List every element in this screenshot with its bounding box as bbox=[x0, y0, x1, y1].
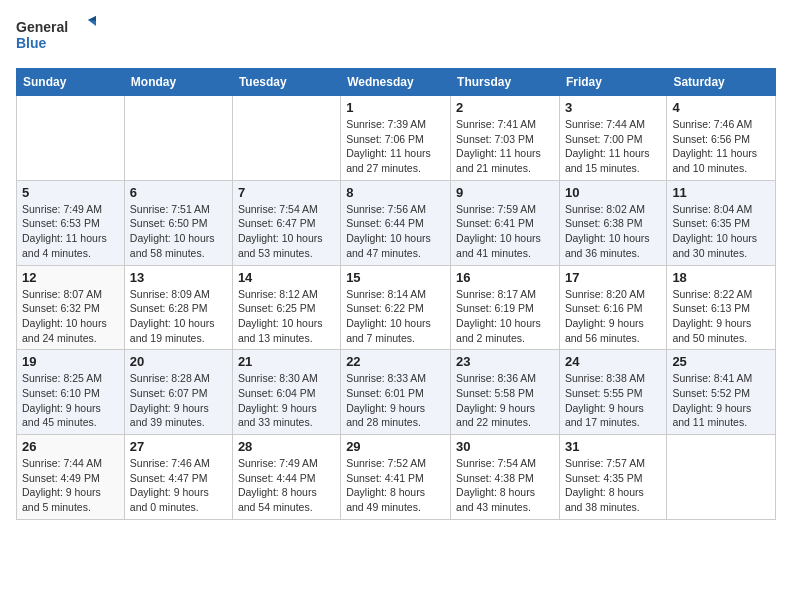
cell-info: Sunrise: 8:33 AMSunset: 6:01 PMDaylight:… bbox=[346, 371, 445, 430]
cell-info: Sunrise: 8:30 AMSunset: 6:04 PMDaylight:… bbox=[238, 371, 335, 430]
cell-info: Sunrise: 7:49 AMSunset: 4:44 PMDaylight:… bbox=[238, 456, 335, 515]
page-header: General Blue bbox=[16, 16, 776, 56]
calendar-cell: 5Sunrise: 7:49 AMSunset: 6:53 PMDaylight… bbox=[17, 180, 125, 265]
cell-info: Sunrise: 7:59 AMSunset: 6:41 PMDaylight:… bbox=[456, 202, 554, 261]
cell-day-number: 24 bbox=[565, 354, 661, 369]
header-monday: Monday bbox=[124, 69, 232, 96]
cell-info: Sunrise: 8:14 AMSunset: 6:22 PMDaylight:… bbox=[346, 287, 445, 346]
cell-info: Sunrise: 8:25 AMSunset: 6:10 PMDaylight:… bbox=[22, 371, 119, 430]
header-friday: Friday bbox=[559, 69, 666, 96]
cell-day-number: 4 bbox=[672, 100, 770, 115]
cell-info: Sunrise: 7:51 AMSunset: 6:50 PMDaylight:… bbox=[130, 202, 227, 261]
calendar-cell: 10Sunrise: 8:02 AMSunset: 6:38 PMDayligh… bbox=[559, 180, 666, 265]
calendar-week-2: 5Sunrise: 7:49 AMSunset: 6:53 PMDaylight… bbox=[17, 180, 776, 265]
cell-info: Sunrise: 7:54 AMSunset: 4:38 PMDaylight:… bbox=[456, 456, 554, 515]
cell-info: Sunrise: 7:54 AMSunset: 6:47 PMDaylight:… bbox=[238, 202, 335, 261]
calendar-week-3: 12Sunrise: 8:07 AMSunset: 6:32 PMDayligh… bbox=[17, 265, 776, 350]
cell-info: Sunrise: 7:52 AMSunset: 4:41 PMDaylight:… bbox=[346, 456, 445, 515]
calendar-week-5: 26Sunrise: 7:44 AMSunset: 4:49 PMDayligh… bbox=[17, 435, 776, 520]
cell-day-number: 18 bbox=[672, 270, 770, 285]
cell-day-number: 16 bbox=[456, 270, 554, 285]
calendar-cell: 23Sunrise: 8:36 AMSunset: 5:58 PMDayligh… bbox=[451, 350, 560, 435]
cell-day-number: 9 bbox=[456, 185, 554, 200]
calendar-cell: 22Sunrise: 8:33 AMSunset: 6:01 PMDayligh… bbox=[341, 350, 451, 435]
cell-info: Sunrise: 7:44 AMSunset: 7:00 PMDaylight:… bbox=[565, 117, 661, 176]
cell-day-number: 27 bbox=[130, 439, 227, 454]
header-wednesday: Wednesday bbox=[341, 69, 451, 96]
calendar-cell bbox=[667, 435, 776, 520]
cell-info: Sunrise: 8:38 AMSunset: 5:55 PMDaylight:… bbox=[565, 371, 661, 430]
calendar-cell: 9Sunrise: 7:59 AMSunset: 6:41 PMDaylight… bbox=[451, 180, 560, 265]
calendar-cell: 15Sunrise: 8:14 AMSunset: 6:22 PMDayligh… bbox=[341, 265, 451, 350]
calendar-cell: 18Sunrise: 8:22 AMSunset: 6:13 PMDayligh… bbox=[667, 265, 776, 350]
cell-info: Sunrise: 7:44 AMSunset: 4:49 PMDaylight:… bbox=[22, 456, 119, 515]
calendar-cell: 3Sunrise: 7:44 AMSunset: 7:00 PMDaylight… bbox=[559, 96, 666, 181]
cell-day-number: 28 bbox=[238, 439, 335, 454]
header-thursday: Thursday bbox=[451, 69, 560, 96]
cell-info: Sunrise: 8:02 AMSunset: 6:38 PMDaylight:… bbox=[565, 202, 661, 261]
cell-day-number: 10 bbox=[565, 185, 661, 200]
cell-info: Sunrise: 7:56 AMSunset: 6:44 PMDaylight:… bbox=[346, 202, 445, 261]
cell-day-number: 13 bbox=[130, 270, 227, 285]
calendar-cell bbox=[124, 96, 232, 181]
cell-day-number: 1 bbox=[346, 100, 445, 115]
cell-info: Sunrise: 7:46 AMSunset: 6:56 PMDaylight:… bbox=[672, 117, 770, 176]
cell-day-number: 12 bbox=[22, 270, 119, 285]
cell-info: Sunrise: 7:57 AMSunset: 4:35 PMDaylight:… bbox=[565, 456, 661, 515]
cell-info: Sunrise: 8:28 AMSunset: 6:07 PMDaylight:… bbox=[130, 371, 227, 430]
calendar-cell bbox=[232, 96, 340, 181]
cell-day-number: 21 bbox=[238, 354, 335, 369]
cell-info: Sunrise: 8:17 AMSunset: 6:19 PMDaylight:… bbox=[456, 287, 554, 346]
cell-info: Sunrise: 8:36 AMSunset: 5:58 PMDaylight:… bbox=[456, 371, 554, 430]
cell-info: Sunrise: 8:12 AMSunset: 6:25 PMDaylight:… bbox=[238, 287, 335, 346]
calendar-cell bbox=[17, 96, 125, 181]
svg-text:Blue: Blue bbox=[16, 35, 47, 51]
cell-day-number: 29 bbox=[346, 439, 445, 454]
cell-day-number: 23 bbox=[456, 354, 554, 369]
calendar-cell: 29Sunrise: 7:52 AMSunset: 4:41 PMDayligh… bbox=[341, 435, 451, 520]
calendar-cell: 31Sunrise: 7:57 AMSunset: 4:35 PMDayligh… bbox=[559, 435, 666, 520]
calendar-cell: 14Sunrise: 8:12 AMSunset: 6:25 PMDayligh… bbox=[232, 265, 340, 350]
cell-day-number: 5 bbox=[22, 185, 119, 200]
cell-day-number: 3 bbox=[565, 100, 661, 115]
cell-day-number: 6 bbox=[130, 185, 227, 200]
header-sunday: Sunday bbox=[17, 69, 125, 96]
cell-day-number: 17 bbox=[565, 270, 661, 285]
cell-day-number: 2 bbox=[456, 100, 554, 115]
calendar-cell: 24Sunrise: 8:38 AMSunset: 5:55 PMDayligh… bbox=[559, 350, 666, 435]
calendar-cell: 21Sunrise: 8:30 AMSunset: 6:04 PMDayligh… bbox=[232, 350, 340, 435]
calendar-cell: 16Sunrise: 8:17 AMSunset: 6:19 PMDayligh… bbox=[451, 265, 560, 350]
calendar-cell: 30Sunrise: 7:54 AMSunset: 4:38 PMDayligh… bbox=[451, 435, 560, 520]
calendar-week-4: 19Sunrise: 8:25 AMSunset: 6:10 PMDayligh… bbox=[17, 350, 776, 435]
cell-info: Sunrise: 8:20 AMSunset: 6:16 PMDaylight:… bbox=[565, 287, 661, 346]
header-saturday: Saturday bbox=[667, 69, 776, 96]
cell-info: Sunrise: 8:04 AMSunset: 6:35 PMDaylight:… bbox=[672, 202, 770, 261]
logo: General Blue bbox=[16, 16, 96, 56]
calendar-cell: 7Sunrise: 7:54 AMSunset: 6:47 PMDaylight… bbox=[232, 180, 340, 265]
cell-day-number: 19 bbox=[22, 354, 119, 369]
calendar-cell: 19Sunrise: 8:25 AMSunset: 6:10 PMDayligh… bbox=[17, 350, 125, 435]
cell-info: Sunrise: 8:07 AMSunset: 6:32 PMDaylight:… bbox=[22, 287, 119, 346]
calendar-cell: 12Sunrise: 8:07 AMSunset: 6:32 PMDayligh… bbox=[17, 265, 125, 350]
calendar-header-row: SundayMondayTuesdayWednesdayThursdayFrid… bbox=[17, 69, 776, 96]
header-tuesday: Tuesday bbox=[232, 69, 340, 96]
cell-day-number: 8 bbox=[346, 185, 445, 200]
calendar-cell: 2Sunrise: 7:41 AMSunset: 7:03 PMDaylight… bbox=[451, 96, 560, 181]
calendar-cell: 11Sunrise: 8:04 AMSunset: 6:35 PMDayligh… bbox=[667, 180, 776, 265]
calendar-cell: 6Sunrise: 7:51 AMSunset: 6:50 PMDaylight… bbox=[124, 180, 232, 265]
calendar-cell: 25Sunrise: 8:41 AMSunset: 5:52 PMDayligh… bbox=[667, 350, 776, 435]
cell-info: Sunrise: 7:49 AMSunset: 6:53 PMDaylight:… bbox=[22, 202, 119, 261]
calendar-cell: 28Sunrise: 7:49 AMSunset: 4:44 PMDayligh… bbox=[232, 435, 340, 520]
cell-day-number: 25 bbox=[672, 354, 770, 369]
cell-day-number: 30 bbox=[456, 439, 554, 454]
cell-info: Sunrise: 8:41 AMSunset: 5:52 PMDaylight:… bbox=[672, 371, 770, 430]
calendar-cell: 4Sunrise: 7:46 AMSunset: 6:56 PMDaylight… bbox=[667, 96, 776, 181]
calendar-cell: 26Sunrise: 7:44 AMSunset: 4:49 PMDayligh… bbox=[17, 435, 125, 520]
cell-day-number: 11 bbox=[672, 185, 770, 200]
cell-day-number: 20 bbox=[130, 354, 227, 369]
calendar-cell: 27Sunrise: 7:46 AMSunset: 4:47 PMDayligh… bbox=[124, 435, 232, 520]
calendar-cell: 8Sunrise: 7:56 AMSunset: 6:44 PMDaylight… bbox=[341, 180, 451, 265]
cell-info: Sunrise: 7:41 AMSunset: 7:03 PMDaylight:… bbox=[456, 117, 554, 176]
calendar-table: SundayMondayTuesdayWednesdayThursdayFrid… bbox=[16, 68, 776, 520]
calendar-cell: 17Sunrise: 8:20 AMSunset: 6:16 PMDayligh… bbox=[559, 265, 666, 350]
